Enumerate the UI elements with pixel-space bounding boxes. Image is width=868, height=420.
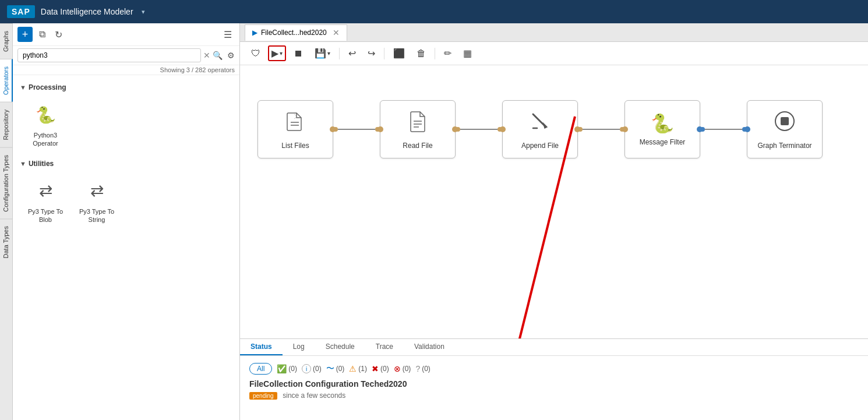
read-file-label: Read File	[403, 142, 432, 150]
operator-py3-string[interactable]: ⇄ Py3 Type ToString	[73, 174, 120, 228]
bottom-content: All ✅ (0) i (0) 〜 (0) ⚠ (1)	[240, 356, 868, 404]
run-button[interactable]: ▶ ▾	[268, 45, 286, 61]
layout-button[interactable]: ▦	[459, 45, 476, 61]
stop-button[interactable]: ⏹	[290, 46, 307, 61]
pipeline: List Files	[257, 100, 823, 158]
run-icon: ▶	[271, 48, 278, 59]
tab-trace[interactable]: Trace	[365, 339, 404, 355]
node-read-file[interactable]: Read File	[380, 100, 456, 158]
search-input[interactable]	[17, 48, 201, 62]
sidebar-item-configuration-types[interactable]: Configuration Types	[0, 147, 13, 219]
filter-success[interactable]: ✅ (0)	[277, 364, 297, 373]
menu-button[interactable]: ☰	[221, 27, 235, 42]
chevron-processing-icon: ▼	[20, 84, 26, 91]
unknown-icon: ?	[415, 364, 420, 373]
filter-info[interactable]: i (0)	[302, 364, 322, 373]
message-filter-icon: 🐍	[651, 112, 674, 135]
connector-3	[578, 127, 624, 132]
canvas-tab[interactable]: ▶ FileCollect...hed2020 ✕	[245, 24, 347, 41]
filter-error[interactable]: ✖ (0)	[372, 364, 389, 373]
search-bar: ✕ 🔍 ⚙	[13, 46, 239, 65]
dead-icon: ⊗	[394, 364, 401, 373]
utilities-operators-grid: ⇄ Py3 Type ToBlob ⇄ Py3 Type ToString	[17, 171, 235, 232]
filter-dead[interactable]: ⊗ (0)	[394, 364, 411, 373]
running-icon: 〜	[326, 363, 334, 374]
search-clear-icon[interactable]: ✕	[203, 51, 210, 60]
node-list-files[interactable]: List Files	[257, 100, 333, 158]
list-files-icon	[284, 110, 307, 138]
py3-blob-icon: ⇄	[31, 177, 59, 205]
top-bar: SAP Data Intelligence Modeler ▾	[0, 0, 868, 23]
sap-logo: SAP	[7, 5, 35, 18]
panel-toolbar: + ⧉ ↻ ☰	[13, 23, 239, 46]
validate-button[interactable]: 🛡	[247, 46, 264, 61]
bottom-tabs: Status Log Schedule Trace Validation	[240, 339, 868, 356]
tab-close-icon[interactable]: ✕	[333, 28, 340, 37]
read-file-icon	[406, 110, 429, 138]
sidebar-item-data-types[interactable]: Data Types	[0, 218, 13, 265]
python3-icon: 🐍	[31, 101, 59, 129]
pending-badge: pending	[249, 392, 277, 400]
restore-button[interactable]: ⬛	[389, 45, 409, 61]
add-operator-button[interactable]: +	[17, 27, 33, 42]
search-go-icon[interactable]: 🔍	[213, 51, 223, 60]
warning-icon: ⚠	[349, 364, 357, 373]
app-title-dropdown[interactable]: ▾	[142, 8, 145, 16]
canvas-toolbar: 🛡 ▶ ▾ ⏹ 💾 ▾ ↩ ↪ ⬛ 🗑 ✏ ▦	[240, 42, 868, 65]
filter-unknown[interactable]: ? (0)	[415, 364, 430, 373]
toolbar-divider-1	[339, 48, 340, 59]
operator-py3-blob[interactable]: ⇄ Py3 Type ToBlob	[22, 174, 69, 228]
status-filter-bar: All ✅ (0) i (0) 〜 (0) ⚠ (1)	[249, 361, 859, 379]
error-count: (0)	[380, 365, 389, 373]
delete-button[interactable]: 🗑	[412, 46, 430, 61]
connector-1	[333, 127, 380, 132]
append-file-input-port[interactable]	[500, 126, 506, 132]
node-message-filter[interactable]: 🐍 Message Filter	[624, 100, 700, 158]
category-utilities[interactable]: ▼ Utilities	[17, 156, 235, 171]
category-processing-label: Processing	[29, 83, 66, 91]
dead-count: (0)	[403, 365, 411, 373]
operator-panel: + ⧉ ↻ ☰ ✕ 🔍 ⚙ Showing 3 / 282 operators …	[13, 23, 240, 420]
append-file-label: Append File	[521, 142, 559, 150]
undo-button[interactable]: ↩	[344, 45, 360, 61]
sidebar-item-operators[interactable]: Operators	[0, 59, 13, 102]
success-icon: ✅	[277, 364, 287, 373]
save-dropdown-icon: ▾	[327, 50, 330, 57]
sidebar-item-graphs[interactable]: Graphs	[0, 23, 13, 59]
save-button[interactable]: 💾 ▾	[310, 45, 334, 61]
operator-python3[interactable]: 🐍 Python3Operator	[22, 97, 69, 151]
warning-count: (1)	[358, 365, 367, 373]
graph-terminator-label: Graph Terminator	[757, 142, 811, 150]
redo-button[interactable]: ↪	[364, 45, 379, 61]
graph-terminator-icon	[773, 110, 796, 138]
chevron-utilities-icon: ▼	[20, 160, 26, 167]
tab-label: FileCollect...hed2020	[261, 29, 327, 37]
operator-list: ▼ Processing 🐍 Python3Operator ▼ Utiliti…	[13, 75, 239, 420]
tab-bar: ▶ FileCollect...hed2020 ✕	[240, 23, 868, 42]
edit-button[interactable]: ✏	[440, 45, 456, 61]
filter-warning[interactable]: ⚠ (1)	[349, 364, 367, 373]
refresh-button[interactable]: ↻	[52, 27, 65, 42]
tab-status[interactable]: Status	[240, 339, 283, 355]
node-graph-terminator[interactable]: Graph Terminator	[747, 100, 823, 158]
filter-all-button[interactable]: All	[249, 363, 272, 375]
sidebar-item-repository[interactable]: Repository	[0, 102, 13, 147]
tab-log[interactable]: Log	[283, 339, 315, 355]
clone-button[interactable]: ⧉	[36, 27, 48, 41]
append-file-icon	[528, 110, 552, 138]
message-filter-label: Message Filter	[640, 138, 686, 146]
pipeline-title: FileCollection Configuration Teched2020	[249, 379, 859, 389]
message-filter-input-port[interactable]	[622, 126, 628, 132]
tab-schedule[interactable]: Schedule	[315, 339, 365, 355]
read-file-input-port[interactable]	[377, 126, 383, 132]
status-entry: FileCollection Configuration Teched2020 …	[249, 379, 859, 400]
left-tabs: Graphs Operators Repository Configuratio…	[0, 23, 13, 420]
filter-icon[interactable]: ⚙	[227, 51, 235, 60]
tab-validation[interactable]: Validation	[404, 339, 455, 355]
unknown-count: (0)	[422, 365, 431, 373]
run-dropdown-icon: ▾	[280, 50, 283, 57]
node-append-file[interactable]: Append File	[502, 100, 578, 158]
filter-running[interactable]: 〜 (0)	[326, 363, 345, 374]
graph-terminator-input-port[interactable]	[744, 126, 750, 132]
category-processing[interactable]: ▼ Processing	[17, 80, 235, 95]
